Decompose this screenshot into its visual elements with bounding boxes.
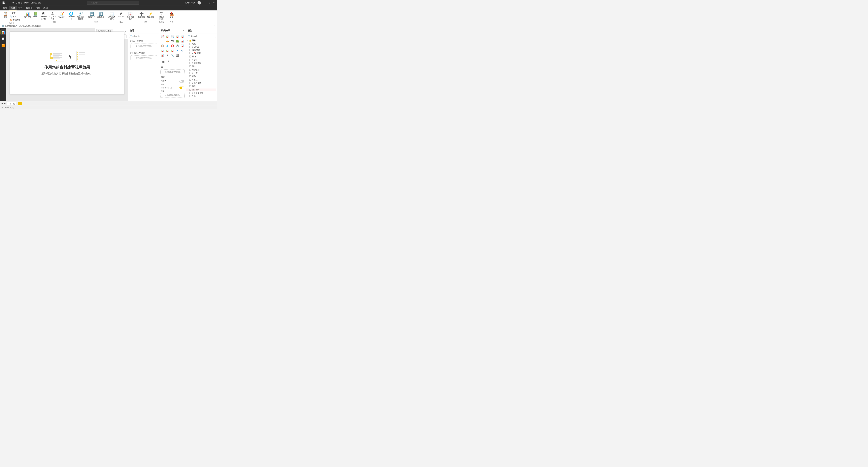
field-checkbox-test-field[interactable] [189,89,191,91]
sensitivity-btn[interactable]: 🛡 敏感度(預覽) [157,11,166,21]
menu-item-home[interactable]: 首頁 [9,6,17,10]
field-item-discount-dots[interactable]: 折扣... [186,55,217,58]
new-visual-btn[interactable]: 📊 新增視覺效果 [107,11,116,21]
viz-icon-bar[interactable]: 📊 [165,34,170,39]
field-item-manufacture[interactable]: 製造 [186,65,217,68]
page-next-btn[interactable]: ▶ [4,103,6,105]
input-data-btn[interactable]: 📝 輸入資料 [58,11,66,19]
field-checkbox-cogs[interactable] [189,46,191,48]
field-item-segment[interactable]: 當段 [186,85,217,88]
filters-section-page-more[interactable]: ⋯ [156,40,158,42]
viz-icon-treemap[interactable]: 🗺 [170,39,175,43]
viz-icon-map[interactable]: 💹 [175,39,180,43]
field-item-revenue[interactable]: Σ 收益 [186,78,217,81]
field-item-product[interactable]: 產品 [186,75,217,78]
viz-icon-ai2[interactable]: 🎙 [165,53,170,57]
viz-panel-expand-btn[interactable]: › [183,29,184,32]
field-checkbox-segment[interactable] [189,85,191,87]
field-item-month-name[interactable]: 月份名稱 [186,68,217,71]
filters-section-page-header[interactable]: 此頁面上的篩選 ⋯ [129,39,158,43]
viz-icon-funnel[interactable]: 📋 [160,43,165,48]
viz-icon-slicer[interactable]: 📊 [165,48,170,53]
viz-icon-filled-map[interactable]: 📊 [180,39,185,43]
filters-search-input[interactable] [133,35,157,37]
viz-icon-card[interactable]: ⭕ [170,43,175,48]
menu-item-file[interactable]: 檔案 [1,6,9,10]
notification-close-btn[interactable]: ✕ [214,25,215,27]
field-checkbox-month-num[interactable] [189,72,191,74]
viz-icon-gauge[interactable]: 💧 [165,43,170,48]
transform-data-btn[interactable]: 🔄 轉換資料 [87,11,96,19]
field-checkbox-business[interactable] [189,43,191,45]
viz-icon-more[interactable]: ⋯ [180,53,185,57]
fields-search-input[interactable] [191,35,215,37]
fields-panel-expand-btn[interactable]: › [215,29,215,32]
field-item-total-sales[interactable]: Σ 總銷售額 [186,61,217,65]
maximize-btn[interactable]: □ [208,1,211,4]
filters-panel-expand-btn[interactable]: › [157,29,157,32]
viz-icon-custom2[interactable]: ▦ [175,53,180,57]
filters-all-add-field[interactable]: 於此處新增資料欄位 [130,55,157,60]
filters-section-all-header[interactable]: 所有頁面上的篩選 ⋯ [129,51,158,55]
field-checkbox-units-sold[interactable] [189,92,191,94]
viz-drill-add-field[interactable]: 於此處新增鑽研欄位 [160,93,185,98]
viz-icon-table[interactable]: 📊 [180,43,185,48]
new-measure-btn[interactable]: ➕ 新增量值 [137,11,146,19]
viz-keep-filters-toggle[interactable] [179,87,184,89]
viz-icon-matrix[interactable]: 📊 [160,48,165,53]
menu-item-view[interactable]: 檢視 [34,6,42,10]
menu-item-insert[interactable]: 插入 [17,6,24,10]
viz-icon-r[interactable]: R [175,48,180,53]
menu-item-help[interactable]: 說明 [42,6,50,10]
field-checkbox-product[interactable] [189,76,191,77]
save-icon-btn[interactable]: 💾 [1,1,6,4]
recover-close-btn[interactable]: ✕ [125,30,126,33]
nav-data-btn[interactable]: 📋 [1,36,6,41]
format-copy-btn[interactable]: 🎨 複製格式 [9,19,21,22]
viz-icon-area[interactable]: 📉 [170,34,175,39]
field-item-cogs[interactable]: Σ COGS [186,46,217,48]
nav-model-btn[interactable]: 🔀 [1,43,6,48]
viz-icon-scatter[interactable]: ⋯ [160,39,165,43]
field-checkbox-year[interactable] [189,95,191,97]
quick-measure-btn[interactable]: ⚡ 快速量值 [146,11,155,19]
field-checkbox-revenue[interactable] [189,79,191,81]
textbox-btn[interactable]: A 文字方塊 [117,11,125,18]
filters-section-all-more[interactable]: ⋯ [156,52,158,54]
menu-item-modeling[interactable]: 模型化 [24,6,34,10]
viz-icon-ai1[interactable]: 📊 [160,53,165,57]
viz-icon-py[interactable]: Py [180,48,185,53]
title-search-input[interactable] [87,1,139,5]
refresh-btn[interactable]: 🔃 重新整理 [96,11,105,19]
paste-btn[interactable]: 📋 貼上 [2,11,8,19]
excel-btn[interactable]: 📗 Excel [32,11,38,19]
field-checkbox-month-name[interactable] [189,69,191,71]
viz-build-drill-btn[interactable]: ⬇ [166,59,171,64]
field-checkbox-manufacture[interactable] [189,65,191,67]
field-checkbox-sale-price[interactable] [189,82,191,84]
viz-icon-ribbon[interactable]: 📊 [175,34,180,39]
field-group-finance-header[interactable]: ▼ ▦ 財務 [186,39,217,42]
viz-build-table-btn[interactable]: ▦ [161,59,166,64]
viz-icon-shape[interactable]: 📊 [170,48,175,53]
field-item-sale-price[interactable]: Σ 銷售價格 [186,81,217,85]
sql-btn[interactable]: 🖧 SQL Server [48,11,57,21]
field-checkbox-date[interactable] [189,52,191,54]
field-item-year[interactable]: Σ 年 [186,94,217,98]
get-data-btn[interactable]: 📊 取得資料 [23,11,32,19]
viz-cross-report-toggle[interactable] [179,80,184,83]
copy-btn[interactable]: 📄 複製 [9,15,21,18]
viz-value-add-field[interactable]: 於此處新增資料欄位 [160,69,185,75]
powerbi-dataset-btn[interactable]: 🗄 Power BI 資料集 [39,11,48,21]
field-item-date[interactable]: ▶ 📅 日期 [186,52,217,55]
recent-sources-btn[interactable]: 🔗 最近使用的來源 [76,11,85,21]
viz-icon-waterfall[interactable]: 📊 [180,34,185,39]
field-checkbox-total-sales[interactable] [189,62,191,64]
field-item-month-num[interactable]: Σ 月數 [186,71,217,75]
field-item-units-sold[interactable]: Σ 售出單位數 [186,91,217,94]
minimize-btn[interactable]: — [204,1,207,4]
field-item-country[interactable]: 國家/地區 [186,48,217,52]
filters-page-add-field[interactable]: 於此處新增資料欄位 [130,43,157,49]
field-item-discount[interactable]: Σ 折扣 [186,58,217,61]
close-btn[interactable]: ✕ [212,1,216,4]
